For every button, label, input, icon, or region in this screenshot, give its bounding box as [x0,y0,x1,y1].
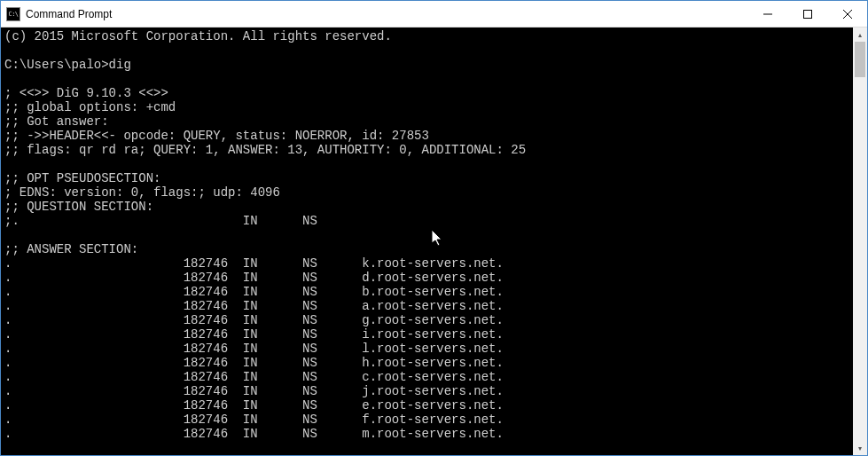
app-icon: C:\ [6,7,20,21]
maximize-button[interactable] [787,1,827,27]
titlebar[interactable]: C:\ Command Prompt [1,1,867,28]
vertical-scrollbar[interactable]: ▴ ▾ [853,28,867,455]
scrollbar-track[interactable] [853,42,867,441]
terminal-output[interactable]: (c) 2015 Microsoft Corporation. All righ… [1,28,853,455]
terminal-container: (c) 2015 Microsoft Corporation. All righ… [1,28,867,455]
close-button[interactable] [827,1,867,27]
window-title: Command Prompt [26,8,747,20]
scrollbar-thumb[interactable] [855,42,865,77]
window-controls [747,1,867,27]
svg-rect-1 [803,10,811,18]
scroll-up-button[interactable]: ▴ [853,28,867,42]
window-frame: C:\ Command Prompt (c) 2015 Microsoft Co… [0,0,868,456]
scroll-down-button[interactable]: ▾ [853,441,867,455]
minimize-button[interactable] [747,1,787,27]
